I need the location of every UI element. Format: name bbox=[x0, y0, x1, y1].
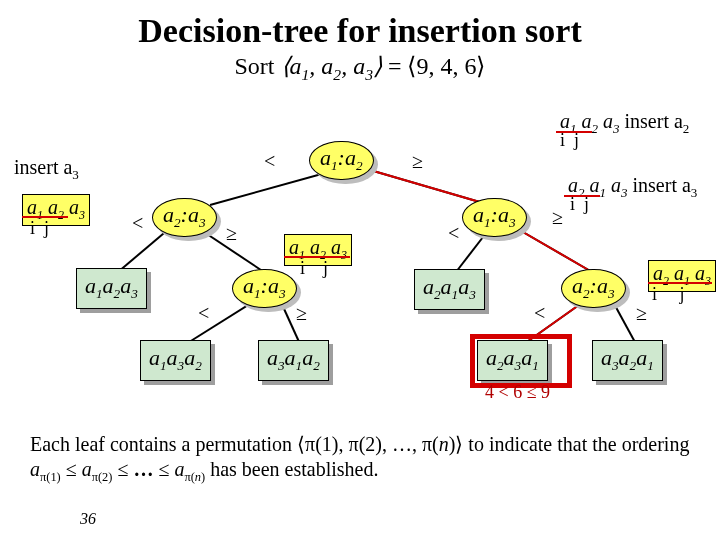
ij-rr: i j bbox=[652, 284, 685, 305]
edge-ge-5: ≥ bbox=[636, 302, 647, 325]
node-root: a1:a2 bbox=[309, 141, 374, 180]
page-number: 36 bbox=[80, 510, 96, 528]
underline-mid bbox=[284, 256, 350, 258]
node-L: a2:a3 bbox=[152, 198, 217, 237]
edge-lt-3: < bbox=[448, 222, 459, 245]
footnote: Each leaf contains a permutation ⟨π(1), … bbox=[30, 432, 704, 486]
edge-lt-5: < bbox=[534, 302, 545, 325]
node-R: a1:a3 bbox=[462, 198, 527, 237]
edge-ge: ≥ bbox=[412, 150, 423, 173]
leaf-a1a3a2: a1a3a2 bbox=[140, 340, 211, 381]
underline-rr bbox=[648, 282, 712, 284]
highlight-box bbox=[470, 334, 572, 388]
node-LR: a1:a3 bbox=[232, 269, 297, 308]
node-RR: a2:a3 bbox=[561, 269, 626, 308]
edge-ge-2: ≥ bbox=[226, 222, 237, 245]
edge-lt: < bbox=[264, 150, 275, 173]
label-insert-a3: insert a3 bbox=[14, 156, 79, 183]
edge-ge-4: ≥ bbox=[296, 302, 307, 325]
underline-1 bbox=[22, 216, 68, 218]
svg-line-11 bbox=[516, 228, 592, 272]
ij-top: i j bbox=[560, 130, 579, 151]
edge-ge-3: ≥ bbox=[552, 206, 563, 229]
leaf-a1a2a3: a1a2a3 bbox=[76, 268, 147, 309]
leaf-a3a1a2: a3a1a2 bbox=[258, 340, 329, 381]
ij-mid: i j bbox=[300, 258, 328, 279]
ij-r: i j bbox=[570, 194, 589, 215]
leaf-a2a1a3: a2a1a3 bbox=[414, 269, 485, 310]
edge-lt-2: < bbox=[132, 212, 143, 235]
edge-lt-4: < bbox=[198, 302, 209, 325]
ij-1: i j bbox=[30, 218, 49, 239]
path-result: 4 < 6 ≤ 9 bbox=[485, 382, 550, 403]
leaf-a3a2a1: a3a2a1 bbox=[592, 340, 663, 381]
